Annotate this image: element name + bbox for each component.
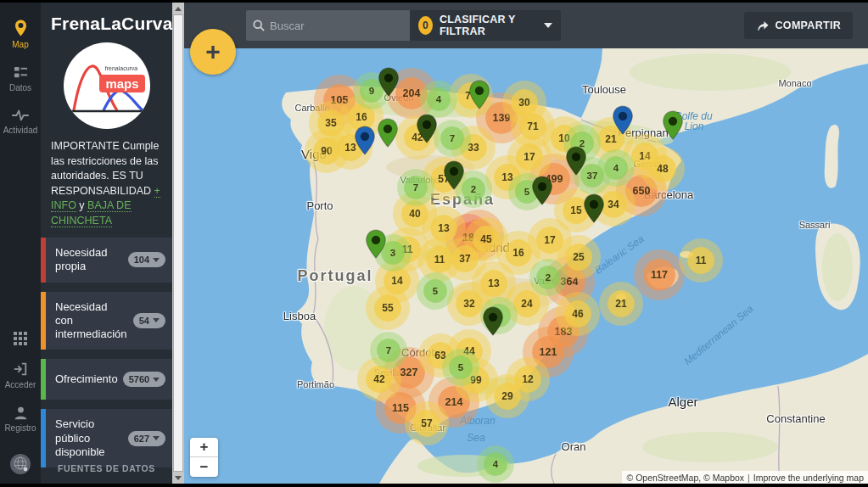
cluster-marker[interactable]: 327 <box>393 356 425 389</box>
sidebar: FrenaLaCurva frenalacurva maps IMPORTANT… <box>41 3 172 484</box>
sidebar-scrollbar[interactable] <box>172 3 184 484</box>
cluster-marker[interactable]: 40 <box>401 200 428 227</box>
cluster-marker[interactable]: 4 <box>427 87 451 111</box>
cluster-marker[interactable]: 25 <box>565 244 592 271</box>
cluster-marker[interactable]: 17 <box>516 143 543 171</box>
cluster-marker[interactable]: 57 <box>413 410 440 437</box>
sidebar-item-apps[interactable] <box>0 323 41 353</box>
zoom-control: + − <box>190 438 218 477</box>
cluster-marker[interactable]: 13 <box>480 270 507 297</box>
logo-small-text: frenalacurva <box>104 65 137 71</box>
cluster-marker[interactable]: 11 <box>426 246 453 273</box>
category-count-dropdown[interactable]: 54 <box>133 313 165 328</box>
cluster-marker[interactable]: 5 <box>449 355 473 379</box>
map-pin[interactable] <box>355 126 376 155</box>
map[interactable]: CarballoOviedoVigoPortoPortugalLisboaPor… <box>184 48 868 484</box>
category-count-dropdown[interactable]: 104 <box>128 252 165 267</box>
app-frame: Map Datos Actividad <box>0 0 868 487</box>
cluster-marker[interactable]: 117 <box>643 259 675 291</box>
cluster-marker[interactable]: 90 <box>313 137 340 165</box>
classify-filter-button[interactable]: 0 CLASIFICAR Y FILTRAR <box>410 10 561 41</box>
cluster-marker[interactable]: 2 <box>462 177 485 201</box>
add-pin-fab[interactable]: + <box>190 29 236 75</box>
cluster-marker[interactable]: 7 <box>440 126 464 150</box>
chevron-down-icon <box>153 258 160 262</box>
cluster-marker[interactable]: 13 <box>430 215 457 242</box>
chevron-down-icon <box>153 318 160 322</box>
sidebar-item-actividad[interactable]: Actividad <box>0 100 41 143</box>
map-pin[interactable] <box>663 110 684 140</box>
sidebar-item-acceder[interactable]: Acceder <box>0 353 41 397</box>
map-pin[interactable] <box>532 176 553 205</box>
cluster-marker[interactable]: 650 <box>625 175 658 207</box>
map-pin[interactable] <box>444 160 465 190</box>
share-button[interactable]: COMPARTIR <box>744 12 853 39</box>
cluster-marker[interactable]: 42 <box>366 366 393 393</box>
sidebar-item-map[interactable]: Map <box>0 11 41 57</box>
map-label: Alger <box>668 395 697 409</box>
globe-badge-icon[interactable] <box>0 452 41 476</box>
improve-map-link[interactable]: Improve the underlying map <box>753 473 864 483</box>
scroll-down-arrow[interactable] <box>172 472 184 484</box>
map-pin[interactable] <box>378 67 400 97</box>
category-count: 5760 <box>129 374 149 384</box>
category-count-dropdown[interactable]: 627 <box>128 431 165 446</box>
map-pin[interactable] <box>566 146 587 176</box>
category-servicio-publico[interactable]: Servicio público disponible 627 <box>41 409 172 467</box>
cluster-marker[interactable]: 45 <box>473 226 500 253</box>
notice-text: IMPORTANTE Cumple las restricciones de l… <box>51 140 159 197</box>
category-count: 104 <box>134 255 149 265</box>
cluster-marker[interactable]: 21 <box>608 290 635 317</box>
cluster-marker[interactable]: 16 <box>505 239 532 266</box>
map-label: Constantine <box>766 412 825 425</box>
cluster-marker[interactable]: 11 <box>687 247 714 274</box>
zoom-in-button[interactable]: + <box>190 438 218 457</box>
category-necesidad-intermediacion[interactable]: Necesidad con intermediación 54 <box>41 292 172 350</box>
category-necesidad-propia[interactable]: Necesidad propia 104 <box>41 238 172 283</box>
cluster-marker[interactable]: 24 <box>513 290 540 317</box>
bottom-edge <box>0 484 868 487</box>
map-pin[interactable] <box>613 105 634 135</box>
cluster-marker[interactable]: 5 <box>423 279 447 303</box>
search-input[interactable] <box>270 20 419 32</box>
map-pin[interactable] <box>483 306 504 336</box>
cluster-marker[interactable]: 7 <box>377 339 400 362</box>
cluster-marker[interactable]: 204 <box>395 77 428 109</box>
cluster-marker[interactable]: 35 <box>317 109 344 137</box>
map-pin[interactable] <box>469 80 490 109</box>
cluster-marker[interactable]: 32 <box>456 290 483 317</box>
scroll-up-arrow[interactable] <box>172 3 184 14</box>
category-ofrecimiento[interactable]: Ofrecimiento 5760 <box>41 359 172 400</box>
zoom-out-button[interactable]: − <box>190 457 218 477</box>
cluster-marker[interactable]: 14 <box>384 267 411 294</box>
category-count-dropdown[interactable]: 5760 <box>123 372 165 387</box>
cluster-marker[interactable]: 121 <box>532 336 564 368</box>
cluster-marker[interactable]: 4 <box>484 452 507 476</box>
chevron-down-icon <box>153 436 160 440</box>
cluster-marker[interactable]: 48 <box>649 155 676 182</box>
cluster-marker[interactable]: 2 <box>536 266 560 289</box>
cluster-marker[interactable]: 115 <box>384 392 417 424</box>
cluster-marker[interactable]: 17 <box>536 227 563 254</box>
cluster-marker[interactable]: 7 <box>404 176 428 199</box>
sidebar-item-datos[interactable]: Datos <box>0 57 41 100</box>
map-pin[interactable] <box>378 118 399 148</box>
cluster-marker[interactable]: 4 <box>604 156 628 180</box>
map-pin[interactable] <box>417 114 438 143</box>
cluster-marker[interactable]: 29 <box>494 383 521 410</box>
cluster-marker[interactable]: 37 <box>451 245 479 272</box>
map-pin-icon <box>14 20 28 36</box>
cluster-marker[interactable]: 71 <box>519 113 546 140</box>
cluster-marker[interactable]: 46 <box>564 300 591 327</box>
cluster-marker[interactable]: 214 <box>438 386 470 418</box>
cluster-marker[interactable]: 55 <box>374 294 401 322</box>
category-count: 54 <box>139 316 149 326</box>
chevron-down-icon <box>544 23 552 28</box>
sidebar-item-registro[interactable]: Registro <box>0 397 41 440</box>
search-box[interactable] <box>246 10 410 41</box>
scrollbar-thumb[interactable] <box>173 14 183 472</box>
category-count: 627 <box>134 434 149 444</box>
map-pin[interactable] <box>584 193 605 223</box>
chevron-down-icon <box>153 378 160 382</box>
map-pin[interactable] <box>366 229 387 259</box>
